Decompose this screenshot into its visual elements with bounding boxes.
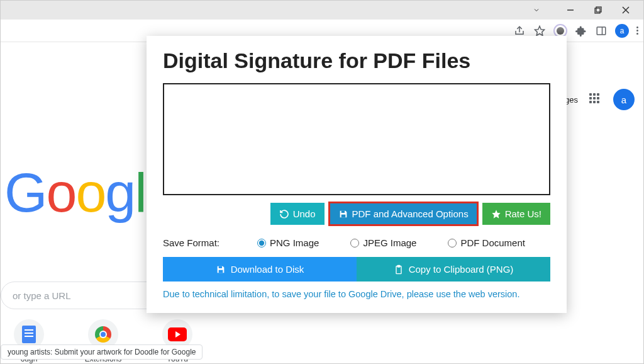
pdf-advanced-button[interactable]: PDF and Advanced Options — [330, 203, 477, 225]
action-buttons-row: Undo PDF and Advanced Options Rate Us! — [163, 203, 550, 225]
undo-label: Undo — [293, 208, 316, 219]
signature-canvas[interactable] — [163, 83, 550, 195]
format-pdf-label: PDF Document — [460, 237, 525, 248]
google-header-link[interactable]: ges — [565, 95, 578, 105]
extension-popup: Digital Signature for PDF Files Undo PDF… — [147, 36, 567, 313]
pdf-advanced-label: PDF and Advanced Options — [352, 208, 469, 219]
extensions-puzzle-icon[interactable] — [575, 25, 587, 37]
star-icon — [491, 209, 501, 219]
undo-button[interactable]: Undo — [270, 203, 325, 225]
radio-pdf[interactable] — [448, 239, 457, 247]
close-button[interactable] — [612, 1, 640, 20]
format-png-label: PNG Image — [270, 237, 319, 248]
svg-rect-14 — [397, 265, 400, 267]
copy-to-clipboard-button[interactable]: Copy to Clipboard (PNG) — [357, 257, 550, 282]
search-placeholder: or type a URL — [13, 290, 71, 301]
svg-rect-2 — [596, 7, 601, 12]
limitation-note: Due to technical limitation, to save you… — [163, 289, 550, 299]
rate-label: Rate Us! — [505, 208, 541, 219]
rate-button[interactable]: Rate Us! — [482, 203, 550, 225]
format-jpeg-label: JPEG Image — [363, 237, 416, 248]
download-buttons-row: Download to Disk Copy to Clipboard (PNG) — [163, 257, 550, 282]
svg-rect-11 — [218, 266, 221, 268]
chrome-menu-icon[interactable] — [636, 26, 638, 35]
share-icon[interactable] — [513, 25, 526, 37]
doodle-promo-chip[interactable]: young artists: Submit your artwork for D… — [1, 344, 203, 360]
google-profile-avatar[interactable]: a — [613, 89, 635, 110]
chevron-down-icon[interactable] — [523, 1, 550, 20]
svg-rect-1 — [595, 8, 600, 13]
popup-title: Digital Signature for PDF Files — [163, 48, 550, 73]
save-format-label: Save Format: — [163, 237, 226, 248]
profile-avatar-icon[interactable]: a — [615, 24, 629, 38]
format-option-png[interactable]: PNG Image — [257, 237, 319, 248]
format-option-jpeg[interactable]: JPEG Image — [350, 237, 416, 248]
sidepanel-icon[interactable] — [595, 25, 608, 37]
download-to-disk-button[interactable]: Download to Disk — [163, 257, 357, 282]
window-titlebar — [1, 1, 643, 20]
google-header: ges a — [565, 89, 635, 110]
copy-clipboard-label: Copy to Clipboard (PNG) — [409, 264, 514, 275]
undo-icon — [279, 209, 289, 219]
download-disk-label: Download to Disk — [231, 264, 304, 275]
format-option-pdf[interactable]: PDF Document — [448, 237, 525, 248]
google-apps-icon[interactable] — [589, 93, 602, 106]
minimize-button[interactable] — [557, 1, 584, 20]
svg-rect-12 — [218, 270, 223, 273]
radio-jpeg[interactable] — [350, 239, 359, 247]
svg-rect-9 — [341, 214, 345, 217]
bookmark-star-icon[interactable] — [533, 25, 546, 37]
svg-marker-5 — [535, 26, 545, 35]
floppy-icon — [216, 264, 226, 275]
svg-rect-8 — [341, 210, 344, 212]
svg-rect-6 — [597, 27, 606, 35]
radio-png[interactable] — [257, 239, 266, 247]
maximize-button[interactable] — [584, 1, 612, 20]
svg-marker-10 — [492, 210, 500, 218]
clipboard-icon — [394, 264, 404, 275]
save-format-row: Save Format: PNG Image JPEG Image PDF Do… — [163, 237, 550, 248]
save-icon — [338, 209, 348, 219]
